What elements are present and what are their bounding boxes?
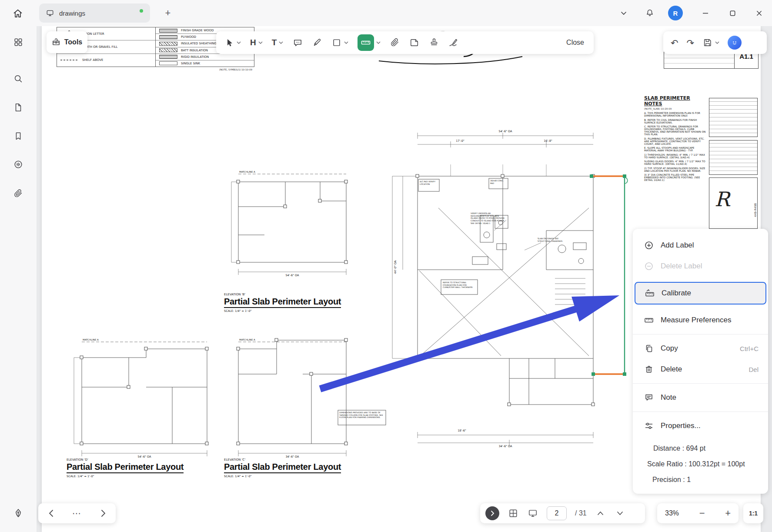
sidebar-item-documents[interactable]: [13, 102, 24, 113]
chevron-down-icon: [617, 511, 623, 515]
toolbox-icon: [52, 38, 60, 47]
matchline-label: MATCHLINE A: [83, 338, 99, 341]
actual-size-button[interactable]: 1:1: [743, 503, 763, 523]
forward-button[interactable]: [97, 508, 109, 519]
copy-icon: [644, 344, 654, 353]
cursor-icon: [224, 37, 234, 48]
precision-value: Precision : 1: [633, 472, 768, 488]
save-button[interactable]: [702, 37, 719, 48]
document-icon: [13, 103, 23, 112]
menu-item-measure-preferences[interactable]: Measure Preferences: [633, 310, 768, 331]
menu-item-delete-label[interactable]: Delete Label: [633, 256, 768, 277]
home-icon: [13, 8, 23, 19]
next-page-button[interactable]: [615, 508, 626, 519]
ai-assistant-icon: [731, 39, 739, 47]
page-total: / 31: [575, 509, 587, 517]
paperclip-icon: [390, 37, 400, 48]
sidebar-item-design-tools[interactable]: [13, 508, 24, 519]
square-icon: [331, 37, 342, 48]
close-tools-button[interactable]: Close: [565, 36, 586, 49]
tools-button[interactable]: Tools: [47, 31, 87, 53]
measurement-info: Distance : 694 pt Scale Ratio : 100.312p…: [633, 436, 768, 488]
menu-item-note[interactable]: Note: [633, 387, 768, 408]
expand-controls-button[interactable]: [485, 506, 499, 520]
tab-list-button[interactable]: [618, 7, 630, 19]
plan-annotation: DIMENSIONS PROVIDED ARE TO BASE OF TAPER…: [339, 412, 384, 419]
maximize-icon: [729, 10, 736, 17]
sidebar-item-attachments[interactable]: [13, 188, 24, 199]
select-tool[interactable]: [224, 37, 241, 48]
plan-title-block: ELEVATION 'B' Partial Slab Perimeter Lay…: [224, 293, 341, 313]
calibrate-icon: [645, 288, 655, 298]
menu-item-copy[interactable]: Copy Ctrl+C: [633, 338, 768, 359]
chevron-down-icon: [279, 41, 283, 44]
dimension-label: 44'-0" OA: [394, 261, 397, 274]
new-tab-button[interactable]: +: [162, 7, 174, 19]
undo-button[interactable]: ↶: [671, 38, 678, 47]
thumbnail-view-button[interactable]: [508, 508, 519, 519]
sidebar-item-apps[interactable]: [13, 37, 24, 48]
sidebar-item-comments[interactable]: [13, 159, 24, 170]
zoom-in-button[interactable]: +: [725, 509, 731, 518]
sticker-icon: [409, 37, 420, 48]
zoom-level[interactable]: 33%: [665, 509, 679, 517]
dimension-label: 18'-6": [458, 429, 466, 432]
previous-page-button[interactable]: [595, 508, 606, 519]
main-toolbar: H T Close: [216, 31, 594, 54]
shortcut-label: Del: [749, 366, 759, 373]
zoom-bar: 33% − +: [657, 503, 739, 523]
zoom-out-button[interactable]: −: [699, 509, 705, 518]
sticker-tool[interactable]: [409, 37, 420, 48]
sidebar-item-search[interactable]: [13, 73, 24, 84]
stamp-tool[interactable]: [429, 37, 439, 48]
undo-icon: ↶: [671, 38, 678, 48]
plan-annotation: REFER TO STRUCTURAL FOUNDATION PLAN FOR …: [443, 281, 477, 289]
dimension-label: 17'-0": [456, 139, 465, 143]
highlight-tool[interactable]: H: [250, 38, 263, 47]
scale-ratio-value: Scale Ratio : 100.312pt = 100pt: [633, 456, 768, 472]
home-button[interactable]: [11, 7, 24, 20]
sidebar-item-bookmarks[interactable]: [13, 130, 24, 142]
unsaved-indicator-dot: [140, 9, 143, 13]
sliders-icon: [644, 421, 654, 431]
measurement-annotation[interactable]: [590, 174, 628, 376]
signature-tool[interactable]: [448, 37, 459, 48]
menu-item-add-label[interactable]: Add Label: [633, 235, 768, 256]
minimize-icon: [702, 10, 709, 17]
notifications-button[interactable]: [644, 7, 656, 19]
document-tab[interactable]: drawings: [39, 3, 150, 23]
plan-annotation: A/C PAD VERIFY LOCATION: [420, 181, 439, 185]
more-options-button[interactable]: ⋯: [72, 508, 82, 519]
measure-tool-active[interactable]: [358, 34, 381, 51]
chevron-down-icon: [715, 41, 719, 44]
text-tool[interactable]: T: [272, 38, 284, 47]
page-number-input[interactable]: [547, 506, 567, 520]
minimize-button[interactable]: [699, 7, 712, 19]
plus-circle-icon: [644, 241, 654, 250]
stamp-icon: [429, 37, 439, 48]
monitor-icon: [528, 509, 538, 518]
ai-assistant-button[interactable]: [728, 36, 742, 50]
comment-tool[interactable]: [292, 37, 303, 48]
maximize-button[interactable]: [726, 7, 739, 19]
plus-icon: +: [725, 508, 731, 519]
redo-icon: ↷: [687, 38, 695, 48]
text-icon: T: [272, 38, 277, 47]
redo-button[interactable]: ↷: [687, 38, 695, 47]
pen-tool[interactable]: [312, 37, 322, 48]
menu-item-calibrate[interactable]: Calibrate: [635, 282, 766, 304]
menu-item-properties[interactable]: Properties...: [633, 415, 768, 436]
shape-tool[interactable]: [331, 37, 348, 48]
menu-item-delete[interactable]: Delete Del: [633, 359, 768, 380]
attach-tool[interactable]: [390, 37, 400, 48]
minus-icon: −: [699, 508, 705, 519]
menu-divider: [633, 412, 768, 412]
back-button[interactable]: [45, 508, 57, 519]
chevron-down-icon: [344, 41, 348, 44]
monitor-icon: [46, 9, 54, 17]
avatar[interactable]: R: [668, 6, 683, 20]
bookmark-icon: [13, 131, 23, 141]
close-window-button[interactable]: [753, 7, 765, 19]
presentation-button[interactable]: [527, 508, 538, 519]
plan-title-block: ELEVATION 'C' Partial Slab Perimeter Lay…: [224, 458, 341, 478]
